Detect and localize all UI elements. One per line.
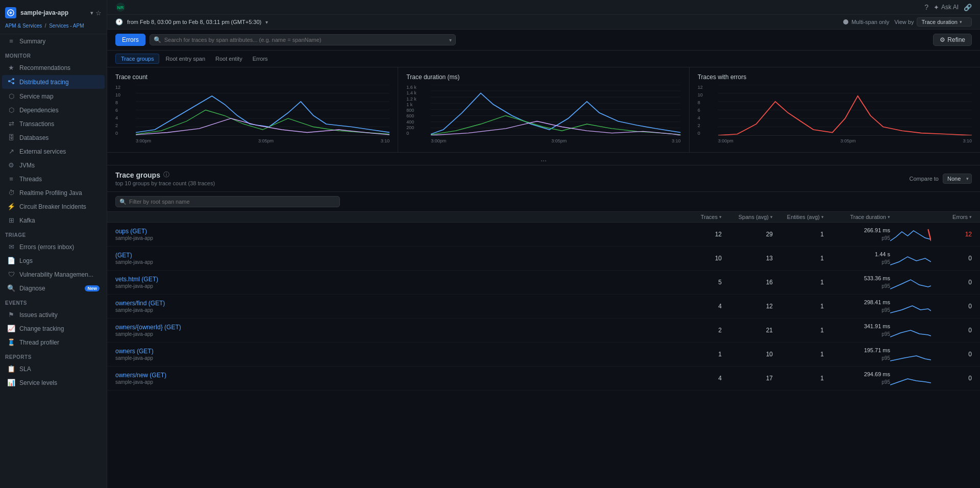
row-service: sample-java-app	[115, 235, 681, 241]
table-row[interactable]: owners/find (GET) sample-java-app 4 12 1…	[107, 295, 980, 319]
ask-ai-btn[interactable]: ✦ Ask AI	[934, 4, 959, 11]
filter-input[interactable]	[115, 196, 340, 207]
row-endpoint: (GET)	[115, 252, 681, 259]
help-icon[interactable]: ?	[924, 3, 928, 11]
chart-y-labels: 1.6 k 1.4 k 1.2 k 1 k 800 600 400 200 0	[406, 85, 429, 136]
col-header-duration[interactable]: Trace duration ▾	[824, 214, 890, 220]
tab-root-entity[interactable]: Root entity	[211, 54, 247, 63]
time-range-info[interactable]: 🕐 from Feb 8, 03:00 pm to Feb 8, 03:11 p…	[115, 18, 838, 26]
sidebar-item-service-map[interactable]: ⬡ Service map	[2, 90, 105, 103]
trace-count-chart: Trace count 12 10 8 6 4 2 0	[107, 67, 398, 152]
sidebar-item-recommendations[interactable]: ★ Recommendations	[2, 61, 105, 74]
sidebar-item-dependencies[interactable]: ⬡ Dependencies	[2, 104, 105, 116]
compare-to-select[interactable]: None	[943, 174, 972, 184]
tab-errors[interactable]: Errors	[249, 54, 272, 63]
row-duration-3: 298.41 ms p95	[824, 299, 890, 313]
sidebar-item-summary[interactable]: ≡ Summary	[2, 35, 105, 47]
sidebar-item-errors-inbox[interactable]: ✉ Errors (errors inbox)	[2, 240, 105, 253]
sidebar-item-label: Service levels	[19, 379, 100, 386]
col-header-spans[interactable]: Spans (avg) ▾	[722, 214, 773, 220]
svg-line-5	[10, 82, 12, 83]
share-icon[interactable]: 🔗	[964, 4, 972, 11]
star-icon[interactable]: ☆	[95, 9, 102, 17]
info-icon[interactable]: ⓘ	[163, 170, 169, 179]
refine-icon: ⚙	[940, 36, 945, 43]
tab-root-entry-span[interactable]: Root entry span	[161, 54, 209, 63]
row-name-owners-get: owners (GET) sample-java-app	[115, 348, 681, 361]
time-range-dropdown-icon: ▾	[265, 19, 268, 25]
row-service: sample-java-app	[115, 307, 681, 313]
events-section-label: EVENTS	[0, 295, 107, 308]
logs-icon: 📄	[7, 257, 15, 264]
table-row[interactable]: owners (GET) sample-java-app 1 10 1 195.…	[107, 343, 980, 367]
table-row[interactable]: owners/{ownerId} (GET) sample-java-app 2…	[107, 319, 980, 343]
refine-btn[interactable]: ⚙ Refine	[933, 34, 972, 46]
databases-icon: 🗄	[7, 134, 15, 141]
view-by-select[interactable]: Trace duration ▾	[917, 17, 972, 27]
row-spans-1: 13	[722, 255, 773, 262]
col-label-errors: Errors	[952, 214, 968, 220]
trace-groups-subtitle: top 10 groups by trace count (38 traces)	[115, 180, 215, 186]
diagnose-icon: 🔍	[7, 284, 15, 292]
row-spans-5: 10	[722, 351, 773, 358]
sidebar-item-thread-profiler[interactable]: 🧵 Thread profiler	[2, 336, 105, 349]
sidebar-item-threads[interactable]: ≡ Threads	[2, 173, 105, 185]
app-actions: ▾ ☆	[90, 9, 102, 17]
row-endpoint: owners (GET)	[115, 348, 681, 355]
chart-y-labels: 12 10 8 6 4 2 0	[115, 85, 134, 136]
sidebar-item-logs[interactable]: 📄 Logs	[2, 254, 105, 267]
service-map-icon: ⬡	[7, 92, 15, 100]
view-by-control: View by Trace duration ▾	[894, 17, 972, 27]
sidebar-item-realtime-profiling[interactable]: ⏱ Realtime Profiling Java	[2, 186, 105, 199]
row-traces-6: 4	[681, 375, 722, 382]
row-duration-5: 195.71 ms p95	[824, 347, 890, 361]
row-duration-0: 266.91 ms p95	[824, 227, 890, 241]
col-header-traces[interactable]: Traces ▾	[681, 214, 722, 220]
chevron-down-icon[interactable]: ▾	[90, 10, 93, 16]
sidebar-item-databases[interactable]: 🗄 Databases	[2, 131, 105, 144]
vulnerability-icon: 🛡	[7, 271, 15, 278]
sidebar-item-service-levels[interactable]: 📊 Service levels	[2, 376, 105, 389]
search-bar: 🔍 ▾	[150, 34, 456, 45]
table-row[interactable]: vets.html (GET) sample-java-app 5 16 1 5…	[107, 271, 980, 295]
breadcrumb-apm-link[interactable]: APM & Services	[5, 23, 42, 29]
breadcrumb: APM & Services / Services - APM	[0, 21, 107, 32]
row-errors-0: 12	[931, 231, 972, 238]
breadcrumb-services-link[interactable]: Services - APM	[49, 23, 84, 29]
sidebar-item-jvms[interactable]: ⚙ JVMs	[2, 159, 105, 172]
col-header-entities[interactable]: Entities (avg) ▾	[773, 214, 824, 220]
errors-filter-btn[interactable]: Errors	[115, 34, 145, 46]
chart-title-traces-errors: Traces with errors	[698, 74, 972, 81]
sidebar-item-external-services[interactable]: ↗ External services	[2, 145, 105, 158]
sidebar-item-label: External services	[19, 148, 100, 155]
sidebar-item-label: JVMs	[19, 162, 100, 169]
sidebar-item-transactions[interactable]: ⇄ Transactions	[2, 117, 105, 130]
chart-title-trace-count: Trace count	[115, 74, 389, 81]
sidebar-item-vulnerability[interactable]: 🛡 Vulnerability Managemen...	[2, 268, 105, 281]
sidebar-item-distributed-tracing[interactable]: Distributed tracing	[2, 75, 105, 89]
sidebar-item-issues-activity[interactable]: ⚑ Issues activity	[2, 308, 105, 321]
sidebar-item-diagnose[interactable]: 🔍 Diagnose New	[2, 282, 105, 295]
sidebar-item-change-tracking[interactable]: 📈 Change tracking	[2, 322, 105, 335]
table-row[interactable]: oups (GET) sample-java-app 12 29 1 266.9…	[107, 223, 980, 247]
sidebar-item-kafka[interactable]: ⊞ Kafka	[2, 214, 105, 227]
table-row[interactable]: (GET) sample-java-app 10 13 1 1.44 s p95…	[107, 247, 980, 271]
row-entities-5: 1	[773, 351, 824, 358]
search-dropdown-icon[interactable]: ▾	[449, 37, 452, 43]
recommendations-icon: ★	[7, 64, 15, 71]
row-service: sample-java-app	[115, 355, 681, 361]
sidebar-item-label: Thread profiler	[19, 339, 100, 346]
row-duration-6: 294.69 ms p95	[824, 371, 890, 385]
col-header-errors[interactable]: Errors ▾	[931, 214, 972, 220]
tab-trace-groups[interactable]: Trace groups	[115, 54, 159, 64]
chart-area-trace-duration: 1.6 k 1.4 k 1.2 k 1 k 800 600 400 200 0	[406, 85, 680, 146]
filter-search-icon: 🔍	[119, 199, 127, 205]
trace-groups-title-block: Trace groups ⓘ top 10 groups by trace co…	[115, 170, 215, 186]
diagnose-badge: New	[85, 285, 100, 291]
row-spans-2: 16	[722, 279, 773, 286]
sidebar-item-sla[interactable]: 📋 SLA	[2, 362, 105, 375]
table-row[interactable]: owners/new (GET) sample-java-app 4 17 1 …	[107, 367, 980, 391]
sidebar-item-circuit-breaker[interactable]: ⚡ Circuit Breaker Incidents	[2, 200, 105, 213]
search-input[interactable]	[150, 34, 456, 45]
sort-icon-duration: ▾	[888, 214, 890, 219]
